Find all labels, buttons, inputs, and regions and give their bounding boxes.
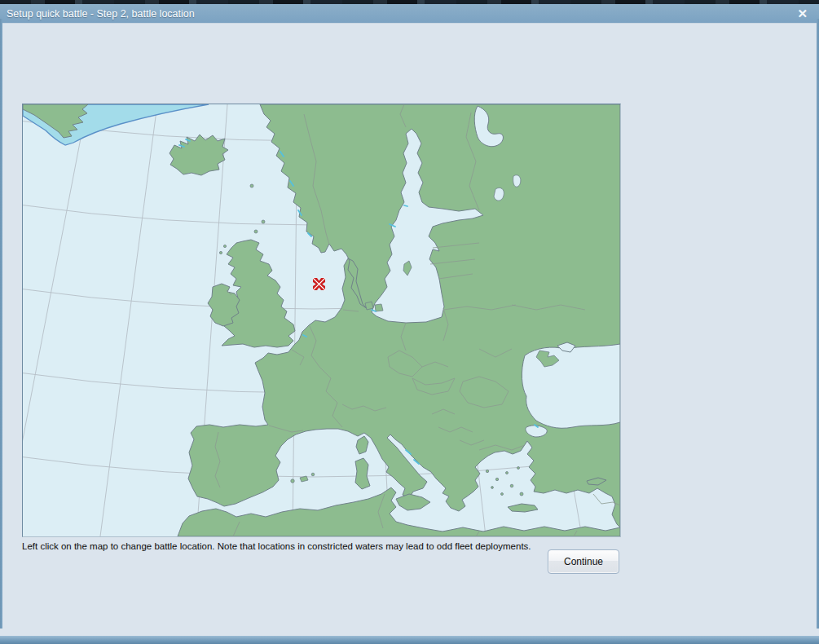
ibiza: [291, 479, 294, 483]
continue-button[interactable]: Continue: [548, 549, 619, 574]
battle-location-marker[interactable]: [312, 277, 326, 291]
title-bar: Setup quick battle - Step 2, battle loca…: [0, 4, 819, 23]
europe-map: [23, 104, 620, 536]
dialog-client-area: Left click on the map to change battle l…: [2, 23, 817, 633]
window-title: Setup quick battle - Step 2, battle loca…: [7, 8, 792, 20]
lake-onega: [513, 175, 521, 187]
window-frame-left: [0, 19, 2, 629]
hebrides: [223, 245, 226, 247]
orkney: [254, 230, 258, 233]
hebrides-2: [219, 251, 222, 254]
menorca: [311, 473, 315, 476]
shetland: [262, 220, 265, 223]
quick-battle-dialog: Setup quick battle - Step 2, battle loca…: [0, 4, 819, 641]
window-frame-bottom: [0, 636, 819, 644]
faroe-islands: [250, 184, 253, 187]
instruction-text: Left click on the map to change battle l…: [22, 541, 531, 551]
battle-location-map[interactable]: [22, 104, 621, 537]
close-icon[interactable]: ✕: [792, 6, 812, 21]
lake-ladoga: [494, 187, 504, 201]
